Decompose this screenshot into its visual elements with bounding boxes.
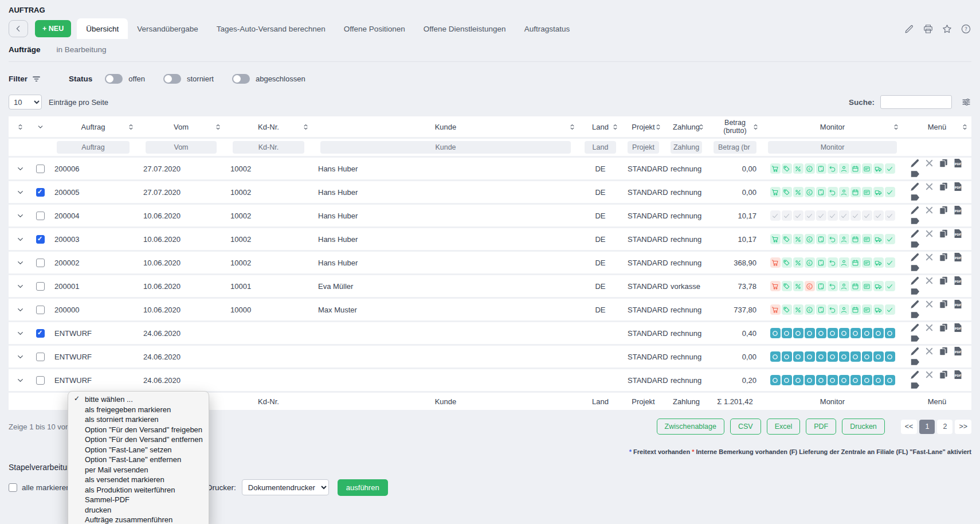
invoice-icon[interactable] [862, 281, 872, 291]
sort-icon[interactable] [697, 123, 705, 131]
label-icon[interactable] [910, 239, 920, 250]
check-icon[interactable] [885, 257, 895, 268]
export-csv-button[interactable]: CSV [730, 419, 761, 435]
sort-icon[interactable] [752, 123, 759, 131]
check-icon[interactable] [828, 210, 838, 221]
tag-icon[interactable] [782, 304, 792, 315]
circle-icon[interactable] [862, 375, 872, 385]
circle-icon[interactable] [885, 375, 895, 385]
edit-icon[interactable] [910, 181, 920, 192]
expand-row-icon[interactable] [16, 235, 25, 244]
pdf-icon[interactable]: PDF [952, 369, 963, 380]
truck-icon[interactable] [873, 257, 884, 268]
label-icon[interactable] [910, 333, 920, 344]
filter-zahlung[interactable]: Zahlung [671, 141, 702, 154]
copy-icon[interactable] [938, 252, 949, 263]
circle-icon[interactable] [873, 328, 884, 338]
tag-icon[interactable] [782, 281, 792, 291]
edit-icon[interactable] [910, 158, 920, 169]
pdf-icon[interactable]: PDF [952, 252, 963, 263]
invoice-icon[interactable] [862, 234, 872, 244]
truck-icon[interactable] [873, 234, 884, 244]
circle-icon[interactable] [862, 351, 872, 362]
euro-icon[interactable]: € [805, 163, 815, 174]
circle-icon[interactable] [782, 328, 792, 338]
dropdown-item-als-freigegeben-markieren[interactable]: als freigegeben markieren [68, 405, 209, 415]
circle-icon[interactable] [885, 351, 895, 362]
circle-icon[interactable] [816, 375, 826, 385]
filter-vom[interactable]: Vom [146, 141, 217, 154]
circle-icon[interactable] [850, 375, 861, 385]
page-last-button[interactable]: >> [955, 420, 971, 434]
tab-bersicht[interactable]: Übersicht [77, 18, 128, 39]
copy-icon[interactable] [938, 158, 949, 169]
edit-icon[interactable] [910, 346, 920, 357]
percent-icon[interactable] [793, 257, 803, 268]
sort-icon[interactable] [569, 123, 576, 131]
pdf-icon[interactable]: PDF [952, 181, 963, 192]
dropdown-item-als-versendet-markieren[interactable]: als versendet markieren [68, 475, 209, 485]
euro-icon[interactable]: € [805, 257, 815, 268]
circle-icon[interactable] [793, 328, 803, 338]
filter-betrag[interactable]: Betrag (br [714, 141, 756, 154]
circle-icon[interactable] [828, 375, 838, 385]
parcel-icon[interactable] [816, 281, 826, 291]
filter-projekt[interactable]: Projekt [628, 141, 659, 154]
page-2-button[interactable]: 2 [937, 420, 952, 434]
parcel-icon[interactable] [816, 304, 826, 315]
check-icon[interactable] [850, 210, 861, 221]
label-icon[interactable] [910, 216, 920, 226]
delete-icon[interactable] [924, 205, 935, 216]
delete-icon[interactable] [924, 181, 935, 192]
delete-icon[interactable] [924, 158, 935, 169]
copy-icon[interactable] [938, 322, 949, 333]
circle-icon[interactable] [805, 328, 815, 338]
person-icon[interactable] [839, 187, 849, 197]
dropdown-item-option-f-r-den-versand-entfernen[interactable]: Option "Für den Versand" entfernen [68, 435, 209, 445]
page-1-button[interactable]: 1 [919, 420, 935, 434]
label-icon[interactable] [910, 263, 920, 273]
dropdown-item-option-fast-lane-entfernen[interactable]: Option "Fast-Lane" entfernen [68, 455, 209, 465]
check-icon[interactable] [873, 210, 884, 221]
calendar-icon[interactable] [850, 163, 861, 174]
invoice-icon[interactable] [862, 257, 872, 268]
pdf-icon[interactable]: PDF [952, 158, 963, 169]
percent-icon[interactable] [793, 163, 803, 174]
expand-row-icon[interactable] [16, 188, 25, 197]
edit-icon[interactable] [910, 205, 920, 216]
label-icon[interactable] [910, 357, 920, 367]
circle-icon[interactable] [793, 375, 803, 385]
tab-offene-positionen[interactable]: Offene Positionen [335, 18, 414, 39]
pdf-icon[interactable]: PDF [952, 322, 963, 333]
pdf-icon[interactable]: PDF [952, 346, 963, 357]
invoice-icon[interactable] [862, 187, 872, 197]
circle-icon[interactable] [873, 375, 884, 385]
print-icon[interactable] [923, 24, 934, 34]
check-icon[interactable] [885, 163, 895, 174]
delete-icon[interactable] [924, 252, 935, 263]
sort-icon[interactable] [654, 123, 662, 131]
search-input[interactable] [880, 95, 952, 109]
cart-icon[interactable] [770, 163, 781, 174]
copy-icon[interactable] [938, 346, 949, 357]
truck-icon[interactable] [873, 187, 884, 197]
toggle-abgeschlossen[interactable] [232, 74, 250, 84]
check-icon[interactable] [885, 187, 895, 197]
row-checkbox[interactable] [36, 235, 45, 244]
check-icon[interactable] [839, 210, 849, 221]
sort-icon[interactable] [302, 123, 309, 131]
edit-icon[interactable] [910, 252, 920, 263]
label-icon[interactable] [910, 169, 920, 179]
edit-icon[interactable] [904, 24, 915, 34]
dropdown-item-drucken[interactable]: drucken [68, 505, 209, 515]
calendar-icon[interactable] [850, 234, 861, 244]
person-icon[interactable] [839, 163, 849, 174]
undo-icon[interactable] [828, 163, 838, 174]
circle-icon[interactable] [850, 328, 861, 338]
circle-icon[interactable] [839, 328, 849, 338]
undo-icon[interactable] [828, 281, 838, 291]
pdf-icon[interactable]: PDF [952, 205, 963, 216]
row-checkbox[interactable] [36, 353, 45, 361]
pdf-icon[interactable]: PDF [952, 299, 963, 310]
filter-kdnr[interactable]: Kd-Nr. [233, 141, 304, 154]
